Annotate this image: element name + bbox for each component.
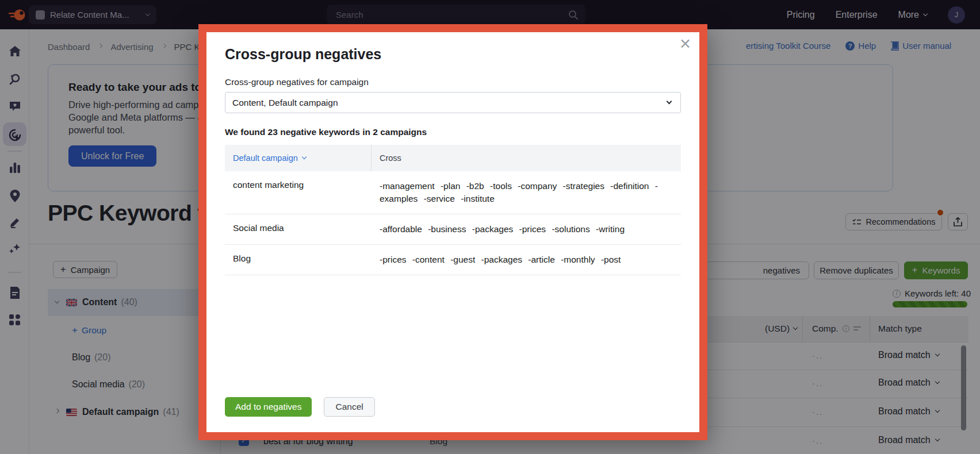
negatives-table: Default campaign Cross content marketing…	[225, 145, 681, 275]
negatives-table-header: Default campaign Cross	[225, 145, 681, 171]
group-name-cell: content marketing	[225, 171, 372, 214]
close-icon[interactable]: ✕	[679, 37, 691, 51]
column-header-default-campaign[interactable]: Default campaign	[233, 153, 306, 163]
chevron-down-icon	[667, 99, 672, 105]
cross-group-negatives-modal: ✕ Cross-group negatives Cross-group nega…	[198, 24, 707, 440]
table-row: Social media -affordable -business -pack…	[225, 214, 681, 245]
column-header-cross: Cross	[372, 145, 681, 171]
group-name-cell: Blog	[225, 245, 372, 275]
modal-title: Cross-group negatives	[225, 46, 681, 63]
table-row: content marketing -management -plan -b2b…	[225, 171, 681, 214]
group-name-cell: Social media	[225, 214, 372, 244]
campaign-select[interactable]: Content, Default campaign	[225, 92, 681, 113]
negative-keywords-cell: -prices -content -guest -packages -artic…	[372, 245, 681, 275]
campaign-select-value: Content, Default campaign	[232, 98, 338, 108]
campaign-select-label: Cross-group negatives for campaign	[225, 77, 681, 87]
table-row: Blog -prices -content -guest -packages -…	[225, 245, 681, 275]
chevron-down-icon	[302, 155, 307, 159]
negative-keywords-cell: -affordable -business -packages -prices …	[372, 214, 681, 244]
negative-keywords-cell: -management -plan -b2b -tools -company -…	[372, 171, 681, 214]
add-to-negatives-button[interactable]: Add to negatives	[225, 397, 312, 417]
default-campaign-label: Default campaign	[233, 153, 298, 163]
summary-text: We found 23 negative keywords in 2 campa…	[225, 127, 681, 137]
cancel-button[interactable]: Cancel	[324, 397, 374, 417]
